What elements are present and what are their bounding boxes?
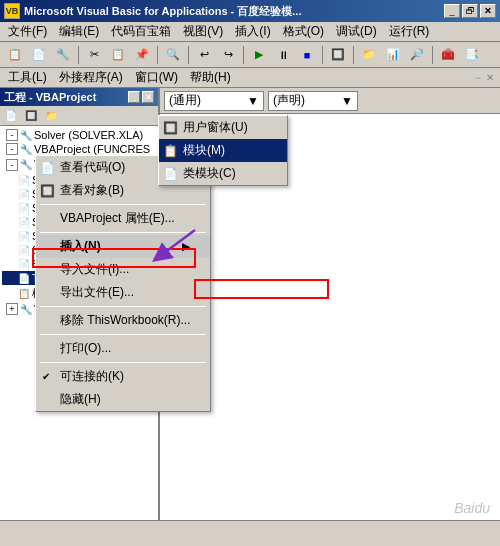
- ctx-import-label: 导入文件(I)...: [60, 261, 129, 278]
- tb-design[interactable]: 🔲: [327, 45, 349, 65]
- menu-insert[interactable]: 插入(I): [229, 21, 276, 42]
- tb-copy[interactable]: 📋: [107, 45, 129, 65]
- panel-view-code[interactable]: 📄: [2, 108, 20, 124]
- restore-button[interactable]: 🗗: [462, 4, 478, 18]
- menu-help[interactable]: 帮助(H): [184, 67, 237, 88]
- ctx-import[interactable]: 导入文件(I)...: [36, 258, 210, 281]
- title-bar-buttons: _ 🗗 ✕: [444, 4, 496, 18]
- ctx-print-label: 打印(O)...: [60, 340, 111, 357]
- tb-insert-form[interactable]: 📋: [4, 45, 26, 65]
- tb-toolbox[interactable]: 🧰: [437, 45, 459, 65]
- panel-title-buttons: _ ✕: [128, 91, 154, 103]
- status-bar: [0, 520, 500, 540]
- toolbar-sep-6: [353, 46, 354, 64]
- toolbar-1: 📋 📄 🔧 ✂ 📋 📌 🔍 ↩ ↪ ▶ ⏸ ■ 🔲 📁 📊 🔎 🧰 📑: [0, 42, 500, 68]
- expand-funcres[interactable]: -: [6, 143, 18, 155]
- expand-solver[interactable]: -: [6, 129, 18, 141]
- panel-toggle-folders[interactable]: 📁: [42, 108, 60, 124]
- tree-item-solver[interactable]: - 🔧 Solver (SOLVER.XLA): [2, 128, 156, 142]
- code-line-ir: Ir: [164, 118, 496, 132]
- tb-project[interactable]: 📁: [358, 45, 380, 65]
- toolbar-sep-5: [322, 46, 323, 64]
- ctx-insert[interactable]: 插入(N) ▶: [36, 235, 210, 258]
- tb-obj-browser[interactable]: 🔎: [406, 45, 428, 65]
- tb-find[interactable]: 🔍: [162, 45, 184, 65]
- ctx-vbaproject-props[interactable]: VBAProject 属性(E)...: [36, 207, 210, 230]
- vba-indicator: － ✕: [473, 71, 498, 85]
- dropdown-general[interactable]: (通用) ▼: [164, 91, 264, 111]
- panel-view-obj[interactable]: 🔲: [22, 108, 40, 124]
- menu-window[interactable]: 窗口(W): [129, 67, 184, 88]
- menu-bar-2: 工具(L) 外接程序(A) 窗口(W) 帮助(H) － ✕: [0, 68, 500, 88]
- ctx-sep-2: [40, 232, 206, 233]
- ctx-hide[interactable]: 隐藏(H): [36, 388, 210, 411]
- ctx-dockable-label: 可连接的(K): [60, 368, 124, 385]
- minimize-button[interactable]: _: [444, 4, 460, 18]
- panel-title-text: 工程 - VBAProject: [4, 90, 96, 105]
- ctx-insert-arrow: ▶: [182, 241, 190, 252]
- ctx-vbaproject-props-label: VBAProject 属性(E)...: [60, 210, 175, 227]
- menu-bar-1: 文件(F) 编辑(E) 代码百宝箱 视图(V) 插入(I) 格式(O) 调试(D…: [0, 22, 500, 42]
- ctx-view-code[interactable]: 📄 查看代码(O): [36, 156, 210, 179]
- ctx-sep-1: [40, 204, 206, 205]
- ctx-hide-label: 隐藏(H): [60, 391, 101, 408]
- toolbar-sep-4: [243, 46, 244, 64]
- menu-edit[interactable]: 编辑(E): [53, 21, 105, 42]
- title-bar-text: Microsoft Visual Basic for Applications …: [24, 4, 440, 19]
- dropdown-declare[interactable]: (声明) ▼: [268, 91, 358, 111]
- panel-toolbar: 📄 🔲 📁: [0, 106, 158, 126]
- ctx-sep-4: [40, 334, 206, 335]
- ctx-view-obj[interactable]: 🔲 查看对象(B): [36, 179, 210, 202]
- ctx-sep-5: [40, 362, 206, 363]
- menu-format[interactable]: 格式(O): [277, 21, 330, 42]
- tb-cut[interactable]: ✂: [83, 45, 105, 65]
- ctx-print[interactable]: 打印(O)...: [36, 337, 210, 360]
- dropdown-declare-value: (声明): [273, 92, 305, 109]
- ctx-export-label: 导出文件(E)...: [60, 284, 134, 301]
- tb-undo[interactable]: ↩: [193, 45, 215, 65]
- tb-class[interactable]: 🔧: [52, 45, 74, 65]
- tb-redo[interactable]: ↪: [217, 45, 239, 65]
- code-header: (通用) ▼ (声明) ▼: [160, 88, 500, 114]
- tree-item-funcres[interactable]: - 🔧 VBAProject (FUNCRES: [2, 142, 156, 156]
- menu-tools[interactable]: 工具(L): [2, 67, 53, 88]
- title-bar: VB Microsoft Visual Basic for Applicatio…: [0, 0, 500, 22]
- ctx-check-icon: ✔: [42, 371, 50, 382]
- ctx-remove[interactable]: 移除 ThisWorkbook(R)...: [36, 309, 210, 332]
- ctx-view-code-label: 查看代码(O): [60, 159, 125, 176]
- tb-tab-order[interactable]: 📑: [461, 45, 483, 65]
- toolbar-sep-1: [78, 46, 79, 64]
- toolbar-sep-3: [188, 46, 189, 64]
- menu-file[interactable]: 文件(F): [2, 21, 53, 42]
- dropdown-general-value: (通用): [169, 92, 201, 109]
- panel-close[interactable]: ✕: [142, 91, 154, 103]
- ctx-remove-label: 移除 ThisWorkbook(R)...: [60, 312, 190, 329]
- panel-title: 工程 - VBAProject _ ✕: [0, 88, 158, 106]
- tb-run[interactable]: ▶: [248, 45, 270, 65]
- expand-vbaproject2[interactable]: +: [6, 303, 18, 315]
- menu-run[interactable]: 运行(R): [383, 21, 436, 42]
- ctx-sep-3: [40, 306, 206, 307]
- tree-label-funcres: VBAProject (FUNCRES: [34, 143, 150, 155]
- tree-label-solver: Solver (SOLVER.XLA): [34, 129, 143, 141]
- context-menu[interactable]: 📄 查看代码(O) 🔲 查看对象(B) VBAProject 属性(E)... …: [35, 155, 211, 412]
- tb-module[interactable]: 📄: [28, 45, 50, 65]
- ctx-dockable[interactable]: ✔ 可连接的(K): [36, 365, 210, 388]
- menu-code-treasure[interactable]: 代码百宝箱: [105, 21, 177, 42]
- toolbar-sep-2: [157, 46, 158, 64]
- menu-addins[interactable]: 外接程序(A): [53, 67, 129, 88]
- menu-debug[interactable]: 调试(D): [330, 21, 383, 42]
- ctx-view-obj-label: 查看对象(B): [60, 182, 124, 199]
- tb-stop[interactable]: ■: [296, 45, 318, 65]
- app-icon: VB: [4, 3, 20, 19]
- tb-paste[interactable]: 📌: [131, 45, 153, 65]
- expand-baidu[interactable]: -: [6, 159, 18, 171]
- close-button[interactable]: ✕: [480, 4, 496, 18]
- tb-pause[interactable]: ⏸: [272, 45, 294, 65]
- menu-view[interactable]: 视图(V): [177, 21, 229, 42]
- tb-props[interactable]: 📊: [382, 45, 404, 65]
- toolbar-sep-7: [432, 46, 433, 64]
- panel-minimize[interactable]: _: [128, 91, 140, 103]
- ctx-export[interactable]: 导出文件(E)...: [36, 281, 210, 304]
- ctx-insert-label: 插入(N): [60, 238, 101, 255]
